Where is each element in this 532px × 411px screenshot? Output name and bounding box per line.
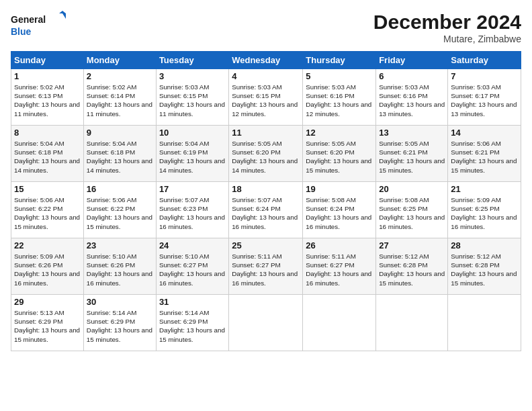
day-info: Sunrise: 5:10 AMSunset: 6:26 PMDaylight:… xyxy=(87,253,152,287)
day-info: Sunrise: 5:02 AMSunset: 6:13 PMDaylight:… xyxy=(14,83,80,118)
table-row: 4 Sunrise: 5:03 AMSunset: 6:15 PMDayligh… xyxy=(229,69,303,126)
header-friday: Friday xyxy=(376,52,448,69)
day-info: Sunrise: 5:08 AMSunset: 6:24 PMDaylight:… xyxy=(306,196,371,230)
day-number: 1 xyxy=(14,71,81,81)
header-saturday: Saturday xyxy=(448,52,521,69)
table-row xyxy=(229,295,303,351)
table-row xyxy=(303,295,376,351)
table-row: 10 Sunrise: 5:04 AMSunset: 6:19 PMDaylig… xyxy=(156,126,228,182)
day-number: 6 xyxy=(379,71,445,81)
day-number: 8 xyxy=(14,128,81,138)
table-row: 28 Sunrise: 5:12 AMSunset: 6:28 PMDaylig… xyxy=(448,238,521,295)
calendar-week-row: 22 Sunrise: 5:09 AMSunset: 6:26 PMDaylig… xyxy=(11,238,521,295)
day-number: 3 xyxy=(159,71,226,81)
table-row: 14 Sunrise: 5:06 AMSunset: 6:21 PMDaylig… xyxy=(448,126,521,182)
day-info: Sunrise: 5:14 AMSunset: 6:29 PMDaylight:… xyxy=(87,309,152,343)
table-row: 11 Sunrise: 5:05 AMSunset: 6:20 PMDaylig… xyxy=(229,126,303,182)
day-number: 25 xyxy=(232,240,300,250)
table-row: 23 Sunrise: 5:10 AMSunset: 6:26 PMDaylig… xyxy=(83,238,156,295)
table-row: 24 Sunrise: 5:10 AMSunset: 6:27 PMDaylig… xyxy=(156,238,228,295)
calendar-page: General Blue December 2024 Mutare, Zimba… xyxy=(0,0,532,411)
day-info: Sunrise: 5:04 AMSunset: 6:19 PMDaylight:… xyxy=(159,140,225,174)
svg-marker-3 xyxy=(62,13,66,19)
day-info: Sunrise: 5:07 AMSunset: 6:24 PMDaylight:… xyxy=(232,196,298,230)
day-info: Sunrise: 5:02 AMSunset: 6:14 PMDaylight:… xyxy=(87,83,152,118)
day-info: Sunrise: 5:05 AMSunset: 6:21 PMDaylight:… xyxy=(379,140,445,174)
day-number: 17 xyxy=(159,184,226,194)
day-info: Sunrise: 5:09 AMSunset: 6:26 PMDaylight:… xyxy=(14,253,80,287)
day-number: 24 xyxy=(159,240,226,250)
table-row: 30 Sunrise: 5:14 AMSunset: 6:29 PMDaylig… xyxy=(83,295,156,351)
table-row: 20 Sunrise: 5:08 AMSunset: 6:25 PMDaylig… xyxy=(376,182,448,238)
day-number: 2 xyxy=(87,71,153,81)
table-row: 15 Sunrise: 5:06 AMSunset: 6:22 PMDaylig… xyxy=(11,182,84,238)
table-row xyxy=(376,295,448,351)
day-info: Sunrise: 5:04 AMSunset: 6:18 PMDaylight:… xyxy=(87,140,152,174)
table-row: 26 Sunrise: 5:11 AMSunset: 6:27 PMDaylig… xyxy=(303,238,376,295)
day-number: 31 xyxy=(159,297,226,307)
day-number: 7 xyxy=(451,71,518,81)
day-info: Sunrise: 5:12 AMSunset: 6:28 PMDaylight:… xyxy=(379,253,445,287)
svg-text:General: General xyxy=(11,14,46,25)
day-number: 9 xyxy=(87,128,153,138)
calendar-header-row: Sunday Monday Tuesday Wednesday Thursday… xyxy=(11,52,521,69)
day-info: Sunrise: 5:14 AMSunset: 6:29 PMDaylight:… xyxy=(159,309,225,343)
day-number: 20 xyxy=(379,184,445,194)
header-monday: Monday xyxy=(83,52,156,69)
table-row: 6 Sunrise: 5:03 AMSunset: 6:16 PMDayligh… xyxy=(376,69,448,126)
table-row: 3 Sunrise: 5:03 AMSunset: 6:15 PMDayligh… xyxy=(156,69,228,126)
header-sunday: Sunday xyxy=(11,52,84,69)
day-info: Sunrise: 5:05 AMSunset: 6:20 PMDaylight:… xyxy=(306,140,371,174)
table-row: 31 Sunrise: 5:14 AMSunset: 6:29 PMDaylig… xyxy=(156,295,228,351)
table-row: 5 Sunrise: 5:03 AMSunset: 6:16 PMDayligh… xyxy=(303,69,376,126)
table-row: 13 Sunrise: 5:05 AMSunset: 6:21 PMDaylig… xyxy=(376,126,448,182)
table-row: 21 Sunrise: 5:09 AMSunset: 6:25 PMDaylig… xyxy=(448,182,521,238)
day-number: 28 xyxy=(451,240,518,250)
title-block: December 2024 Mutare, Zimbabwe xyxy=(373,11,521,44)
logo-icon: General Blue xyxy=(11,11,71,41)
table-row: 8 Sunrise: 5:04 AMSunset: 6:18 PMDayligh… xyxy=(11,126,84,182)
day-number: 26 xyxy=(306,240,373,250)
day-number: 22 xyxy=(14,240,81,250)
day-number: 15 xyxy=(14,184,81,194)
table-row: 22 Sunrise: 5:09 AMSunset: 6:26 PMDaylig… xyxy=(11,238,84,295)
day-info: Sunrise: 5:12 AMSunset: 6:28 PMDaylight:… xyxy=(451,253,517,287)
calendar-week-row: 29 Sunrise: 5:13 AMSunset: 6:29 PMDaylig… xyxy=(11,295,521,351)
day-number: 29 xyxy=(14,297,81,307)
table-row: 17 Sunrise: 5:07 AMSunset: 6:23 PMDaylig… xyxy=(156,182,228,238)
day-number: 13 xyxy=(379,128,445,138)
table-row: 19 Sunrise: 5:08 AMSunset: 6:24 PMDaylig… xyxy=(303,182,376,238)
day-number: 21 xyxy=(451,184,518,194)
day-info: Sunrise: 5:13 AMSunset: 6:29 PMDaylight:… xyxy=(14,309,80,343)
calendar-week-row: 8 Sunrise: 5:04 AMSunset: 6:18 PMDayligh… xyxy=(11,126,521,182)
day-info: Sunrise: 5:03 AMSunset: 6:15 PMDaylight:… xyxy=(159,83,225,118)
table-row: 1 Sunrise: 5:02 AMSunset: 6:13 PMDayligh… xyxy=(11,69,84,126)
calendar-table: Sunday Monday Tuesday Wednesday Thursday… xyxy=(11,51,521,351)
day-info: Sunrise: 5:10 AMSunset: 6:27 PMDaylight:… xyxy=(159,253,225,287)
page-header: General Blue December 2024 Mutare, Zimba… xyxy=(11,11,521,44)
day-number: 14 xyxy=(451,128,518,138)
location-label: Mutare, Zimbabwe xyxy=(373,34,521,44)
day-info: Sunrise: 5:08 AMSunset: 6:25 PMDaylight:… xyxy=(379,196,445,230)
header-thursday: Thursday xyxy=(303,52,376,69)
table-row: 16 Sunrise: 5:06 AMSunset: 6:22 PMDaylig… xyxy=(83,182,156,238)
day-number: 23 xyxy=(87,240,153,250)
calendar-week-row: 15 Sunrise: 5:06 AMSunset: 6:22 PMDaylig… xyxy=(11,182,521,238)
day-info: Sunrise: 5:03 AMSunset: 6:16 PMDaylight:… xyxy=(306,83,371,118)
table-row: 2 Sunrise: 5:02 AMSunset: 6:14 PMDayligh… xyxy=(83,69,156,126)
day-info: Sunrise: 5:03 AMSunset: 6:16 PMDaylight:… xyxy=(379,83,445,118)
header-wednesday: Wednesday xyxy=(229,52,303,69)
day-info: Sunrise: 5:07 AMSunset: 6:23 PMDaylight:… xyxy=(159,196,225,230)
table-row: 27 Sunrise: 5:12 AMSunset: 6:28 PMDaylig… xyxy=(376,238,448,295)
day-number: 4 xyxy=(232,71,300,81)
day-info: Sunrise: 5:03 AMSunset: 6:17 PMDaylight:… xyxy=(451,83,517,118)
day-number: 16 xyxy=(87,184,153,194)
day-info: Sunrise: 5:05 AMSunset: 6:20 PMDaylight:… xyxy=(232,140,298,174)
table-row: 18 Sunrise: 5:07 AMSunset: 6:24 PMDaylig… xyxy=(229,182,303,238)
day-info: Sunrise: 5:09 AMSunset: 6:25 PMDaylight:… xyxy=(451,196,517,230)
day-number: 12 xyxy=(306,128,373,138)
table-row xyxy=(448,295,521,351)
table-row: 7 Sunrise: 5:03 AMSunset: 6:17 PMDayligh… xyxy=(448,69,521,126)
day-info: Sunrise: 5:11 AMSunset: 6:27 PMDaylight:… xyxy=(232,253,298,287)
day-number: 10 xyxy=(159,128,226,138)
